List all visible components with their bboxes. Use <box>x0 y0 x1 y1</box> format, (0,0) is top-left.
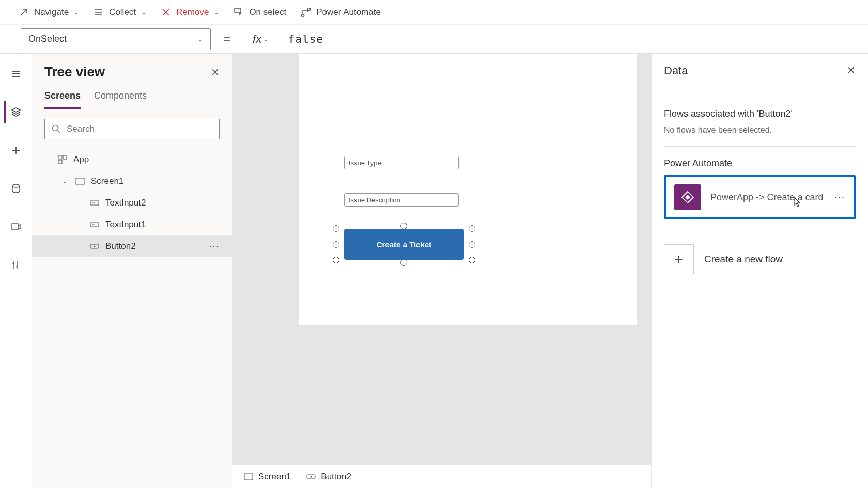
insert-button[interactable] <box>5 139 27 161</box>
divider <box>664 146 856 147</box>
tools-button[interactable] <box>5 254 27 276</box>
tree-item-button2[interactable]: Button2 ··· <box>32 235 232 257</box>
list-icon <box>94 7 104 18</box>
property-value: OnSelect <box>28 34 67 44</box>
create-flow-button[interactable]: + Create a new flow <box>664 244 856 274</box>
resize-handle[interactable] <box>333 241 339 248</box>
flow-icon <box>301 7 311 18</box>
chevron-down-icon: ⌄ <box>214 9 219 16</box>
tree-item-app[interactable]: App <box>32 149 232 170</box>
fx-button[interactable]: fx ⌄ <box>253 33 269 46</box>
create-flow-label: Create a new flow <box>704 254 783 265</box>
svg-point-5 <box>53 125 58 131</box>
data-panel-help: No flows have been selected. <box>664 125 856 135</box>
canvas-button[interactable]: Create a Ticket <box>344 229 464 260</box>
tree-item-textinput1[interactable]: TextInput1 <box>32 214 232 235</box>
tree-item-screen1[interactable]: ⌄ Screen1 <box>32 170 232 192</box>
more-button[interactable]: ··· <box>209 241 220 251</box>
remove-button[interactable]: Remove ⌄ <box>161 7 219 18</box>
remove-label: Remove <box>176 7 209 18</box>
arrow-up-right-icon <box>19 7 29 18</box>
canvas-screen[interactable]: Issue Type Issue Description Create a Ti… <box>299 54 637 325</box>
sliders-icon <box>11 260 21 270</box>
fx-text: fx <box>253 33 261 46</box>
tab-components[interactable]: Components <box>94 90 147 109</box>
textinput-icon <box>90 220 99 229</box>
canvas-textinput2[interactable]: Issue Description <box>344 193 459 207</box>
onselect-button[interactable]: On select <box>234 7 286 18</box>
svg-rect-6 <box>58 155 62 159</box>
hamburger-button[interactable] <box>5 63 27 85</box>
power-automate-label: Power Automate <box>316 7 381 18</box>
chevron-down-icon: ⌄ <box>141 9 146 16</box>
navigate-button[interactable]: Navigate ⌄ <box>19 7 79 18</box>
resize-handle[interactable] <box>469 257 475 263</box>
screen-icon <box>244 472 253 481</box>
tree-item-textinput2[interactable]: TextInput2 <box>32 192 232 214</box>
flow-card[interactable]: PowerApp -> Create a card ··· <box>664 175 856 219</box>
flow-more-button[interactable]: ··· <box>834 192 845 203</box>
navigate-label: Navigate <box>34 7 69 18</box>
collect-button[interactable]: Collect ⌄ <box>94 7 146 18</box>
x-icon <box>161 7 171 18</box>
power-automate-button[interactable]: Power Automate <box>301 7 381 18</box>
app-icon <box>58 155 67 164</box>
svg-point-13 <box>94 246 96 247</box>
hamburger-icon <box>11 69 21 79</box>
breadcrumb-button2[interactable]: Button2 <box>306 471 351 482</box>
canvas-textinput1[interactable]: Issue Type <box>344 156 459 169</box>
flow-name: PowerApp -> Create a card <box>710 192 824 203</box>
chevron-down-icon[interactable]: ⌄ <box>62 178 69 185</box>
tree-view-button[interactable] <box>4 101 26 123</box>
svg-rect-8 <box>58 160 62 164</box>
svg-point-1 <box>302 14 304 17</box>
tree-item-label: TextInput1 <box>105 219 146 230</box>
svg-rect-0 <box>235 8 241 13</box>
powerapps-icon <box>674 184 701 210</box>
selected-button-wrap[interactable]: Create a Ticket <box>336 226 472 263</box>
tree-item-label: App <box>73 154 89 165</box>
layers-icon <box>11 107 21 117</box>
data-button[interactable] <box>5 178 27 199</box>
property-selector[interactable]: OnSelect ⌄ <box>21 28 211 50</box>
breadcrumb: Screen1 Button2 <box>233 464 651 488</box>
data-panel-subtitle: Flows associated with 'Button2' <box>664 108 856 119</box>
database-icon <box>11 183 21 194</box>
media-icon <box>11 222 21 232</box>
resize-handle[interactable] <box>400 223 407 229</box>
search-box[interactable] <box>44 119 220 139</box>
search-input[interactable] <box>67 124 213 134</box>
svg-rect-7 <box>63 155 67 159</box>
resize-handle[interactable] <box>469 225 475 232</box>
tree-item-label: Button2 <box>105 241 136 251</box>
media-button[interactable] <box>5 216 27 238</box>
plus-icon: + <box>664 244 694 274</box>
chevron-down-icon: ⌄ <box>74 9 79 16</box>
resize-handle[interactable] <box>333 257 339 263</box>
button-icon <box>90 242 99 251</box>
close-data-button[interactable]: ✕ <box>847 64 856 76</box>
plus-icon <box>11 145 21 155</box>
resize-handle[interactable] <box>333 225 339 232</box>
tab-screens[interactable]: Screens <box>44 90 81 109</box>
svg-rect-11 <box>90 223 99 227</box>
breadcrumb-screen1[interactable]: Screen1 <box>244 471 291 482</box>
svg-rect-4 <box>12 224 18 230</box>
formula-bar: OnSelect ⌄ = fx ⌄ false <box>0 25 868 54</box>
data-panel-section: Power Automate <box>664 158 856 169</box>
button-icon <box>306 472 316 481</box>
data-panel: Data ✕ Flows associated with 'Button2' N… <box>651 54 868 488</box>
resize-handle[interactable] <box>469 241 475 248</box>
collect-label: Collect <box>109 7 136 18</box>
canvas-area[interactable]: Issue Type Issue Description Create a Ti… <box>233 54 651 488</box>
left-rail <box>0 54 32 488</box>
tree-item-label: TextInput2 <box>105 198 146 208</box>
formula-text[interactable]: false <box>288 33 323 45</box>
tree-item-label: Screen1 <box>91 176 123 186</box>
data-panel-title: Data <box>664 64 688 77</box>
cursor-select-icon <box>234 7 244 18</box>
svg-rect-10 <box>90 201 99 205</box>
svg-rect-9 <box>76 178 84 184</box>
resize-handle[interactable] <box>400 259 407 266</box>
close-tree-button[interactable]: ✕ <box>211 66 220 78</box>
